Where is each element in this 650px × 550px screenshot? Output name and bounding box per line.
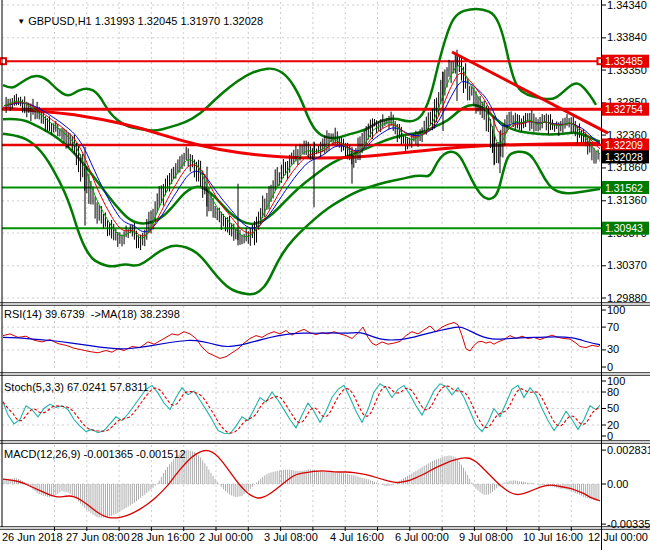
price-badge-label: 1.32209 <box>605 139 643 151</box>
price-badge-label: 1.32754 <box>605 103 643 115</box>
stochastic-tick-label: 0 <box>607 430 613 442</box>
time-axis-label: 28 Jun 16:00 <box>131 531 195 543</box>
price-badge-label: 1.30943 <box>605 222 643 234</box>
stochastic-tick-label: 50 <box>607 402 619 414</box>
time-axis-label: 12 Jul 00:00 <box>588 531 648 543</box>
rsi-tick-label: 70 <box>607 321 619 333</box>
chart-canvas: 1.343401.338401.333501.328501.323601.318… <box>0 0 650 550</box>
price-tick-label: 1.34340 <box>607 0 647 11</box>
time-axis-label: 10 Jul 16:00 <box>523 531 583 543</box>
price-tick-label: 1.29880 <box>607 292 647 304</box>
time-axis-label: 27 Jun 08:00 <box>66 531 130 543</box>
level-endpoint-marker <box>0 58 6 64</box>
price-badge-label: 1.33485 <box>605 55 643 67</box>
price-tick-label: 1.31360 <box>607 194 647 206</box>
price-badge-label: 1.31562 <box>605 182 643 194</box>
stochastic-tick-label: 80 <box>607 386 619 398</box>
trading-chart-window: 1.343401.338401.333501.328501.323601.318… <box>0 0 650 550</box>
price-tick-label: 1.33840 <box>607 31 647 43</box>
rsi-tick-label: 100 <box>607 304 625 316</box>
time-axis-label: 3 Jul 08:00 <box>264 531 318 543</box>
price-tick-label: 1.30370 <box>607 259 647 271</box>
rsi-tick-label: 30 <box>607 343 619 355</box>
macd-tick-label: -0.003351 <box>607 518 650 530</box>
time-axis-label: 26 Jun 2018 <box>2 531 63 543</box>
rsi-tick-label: 0 <box>607 361 613 373</box>
time-axis-label: 4 Jul 16:00 <box>330 531 384 543</box>
macd-tick-label: 0.00 <box>607 478 628 490</box>
time-axis-label: 2 Jul 00:00 <box>199 531 253 543</box>
macd-tick-label: 0.002831 <box>607 444 650 456</box>
time-axis-label: 9 Jul 08:00 <box>459 531 513 543</box>
price-badge-label: 1.32028 <box>605 151 643 163</box>
time-axis-label: 6 Jul 00:00 <box>395 531 449 543</box>
